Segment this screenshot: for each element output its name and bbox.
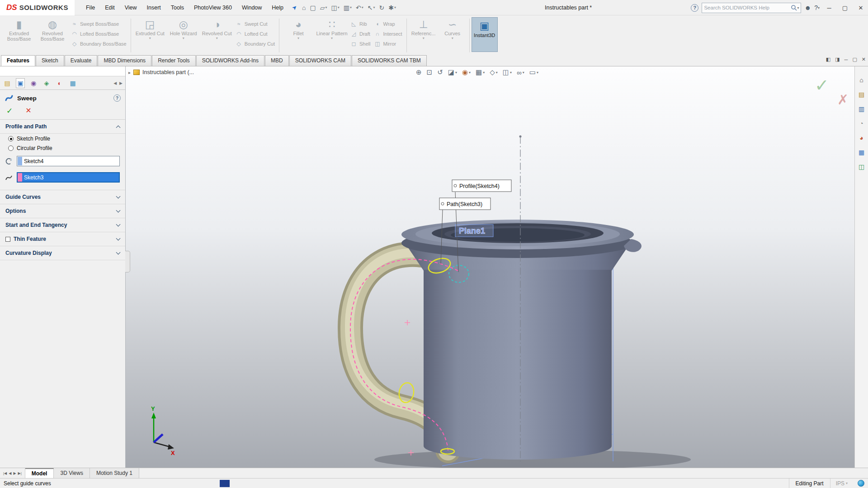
section-view-icon[interactable]: ◪▾ <box>448 68 457 76</box>
prev-tab-icon[interactable]: ◀ <box>9 471 11 475</box>
units-selector[interactable]: IPS▾ <box>830 479 853 488</box>
featuremanager-tab-icon[interactable]: ▤ <box>3 78 12 88</box>
menu-window[interactable]: Window <box>237 0 267 15</box>
tab-solidworks-addins[interactable]: SOLIDWORKS Add-Ins <box>196 55 264 66</box>
section-start-end-tangency[interactable]: Start and End Tangency <box>0 218 125 232</box>
tab-evaluate[interactable]: Evaluate <box>65 55 98 66</box>
cancel-button[interactable]: ✕ <box>25 106 31 116</box>
section-options[interactable]: Options <box>0 204 125 218</box>
appearances-scenes-icon[interactable]: ◕ <box>859 134 863 141</box>
breadcrumb-expander-icon[interactable]: ▸ <box>128 70 131 75</box>
displaymanager-tab-icon[interactable]: ◐ <box>55 78 64 88</box>
search-input[interactable] <box>704 5 791 10</box>
custom-properties-icon[interactable]: ▦ <box>859 149 864 156</box>
next-tab-icon[interactable]: ▶ <box>13 471 16 475</box>
profile-selection-field[interactable]: Sketch4 <box>17 156 120 166</box>
hole-wizard-button[interactable]: ◎ Hole Wizard ▾ <box>167 16 200 55</box>
boundary-cut-button[interactable]: ◇Boundary Cut <box>236 41 275 47</box>
breadcrumb-text[interactable]: Instructables part (... <box>142 69 194 75</box>
confirm-ok-corner[interactable]: ✓ <box>815 75 829 95</box>
graphics-area[interactable]: ▸ Instructables part (... ⊕ ⊡ ↺ ◪▾ ◉▾ ▦▾… <box>126 66 854 468</box>
forum-icon[interactable]: ◫ <box>859 163 864 170</box>
file-explorer-icon[interactable]: ▥ <box>859 105 864 113</box>
sketch-profile-radio[interactable] <box>8 136 14 141</box>
home-icon[interactable]: ⌂ <box>859 76 863 84</box>
help-circle-icon[interactable]: ? <box>691 4 698 12</box>
view-settings-icon[interactable]: ▭▾ <box>529 68 538 76</box>
scroll-right-icon[interactable]: ▶ <box>119 81 123 85</box>
menu-file[interactable]: File <box>81 0 100 15</box>
scene-icon[interactable]: ▦▾ <box>476 68 485 76</box>
swept-cut-button[interactable]: ≈Swept Cut <box>236 21 275 27</box>
tab-solidworks-cam[interactable]: SOLIDWORKS CAM <box>289 55 351 66</box>
boundary-boss-button[interactable]: ◇Boundary Boss/Base <box>71 41 127 47</box>
curves-button[interactable]: ∽ Curves ▾ <box>438 16 467 55</box>
configurationmanager-tab-icon[interactable]: ◉ <box>29 78 38 88</box>
zoom-fit-icon[interactable]: ⊕ <box>416 68 422 76</box>
restore-button[interactable]: ▢ <box>839 2 851 14</box>
circular-profile-radio[interactable] <box>8 145 14 151</box>
save-icon[interactable]: ◫▾ <box>330 2 340 13</box>
circular-profile-radio-row[interactable]: Circular Profile <box>0 143 125 153</box>
revolved-cut-button[interactable]: ◑ Revolved Cut ▾ <box>200 16 234 55</box>
tab-3d-views[interactable]: 3D Views <box>54 468 90 478</box>
pane-right-icon[interactable]: ◨ <box>835 56 840 62</box>
menu-view[interactable]: View <box>120 0 142 15</box>
reference-geometry-button[interactable]: ⊥ Referenc... ▾ <box>409 16 438 55</box>
dimxpertmanager-tab-icon[interactable]: ◈ <box>42 78 51 88</box>
tab-solidworks-cam-tbm[interactable]: SOLIDWORKS CAM TBM <box>352 55 427 66</box>
rib-button[interactable]: ◺Rib <box>350 21 370 27</box>
close-button[interactable]: ✕ <box>854 2 867 14</box>
confirm-cancel-corner[interactable]: ✗ <box>837 92 849 108</box>
doc-minimize-button[interactable]: ─ <box>844 57 848 62</box>
path-callout[interactable]: Path(Sketch3) <box>439 198 491 210</box>
sketch-profile-radio-row[interactable]: Sketch Profile <box>0 134 125 143</box>
design-library-icon[interactable]: ▤ <box>859 91 864 98</box>
thin-feature-checkbox[interactable] <box>5 237 10 242</box>
previous-view-icon[interactable]: ↺ <box>437 68 443 76</box>
pin-menu-icon[interactable]: ➤ <box>290 3 298 11</box>
intersect-button[interactable]: ∩Intersect <box>374 31 402 37</box>
shell-button[interactable]: ◻Shell <box>350 41 370 47</box>
menu-insert[interactable]: Insert <box>142 0 166 15</box>
open-document-icon[interactable]: ▱▾ <box>319 2 329 13</box>
extruded-cut-button[interactable]: ◲ Extruded Cut ▾ <box>133 16 167 55</box>
tab-motion-study-1[interactable]: Motion Study 1 <box>90 468 139 478</box>
tab-model[interactable]: Model <box>25 468 54 478</box>
help-icon[interactable]: ? <box>113 94 121 102</box>
globe-icon[interactable] <box>858 480 864 487</box>
3d-scene[interactable]: Plane1 <box>126 66 854 468</box>
wrap-button[interactable]: ◖Wrap <box>374 21 402 27</box>
section-profile-and-path[interactable]: Profile and Path <box>0 120 125 134</box>
linear-pattern-button[interactable]: ∷ Linear Pattern ▾ <box>315 16 349 55</box>
home-icon[interactable]: ⌂ <box>301 2 307 13</box>
tab-mbd[interactable]: MBD <box>265 55 289 66</box>
tab-render-tools[interactable]: Render Tools <box>152 55 196 66</box>
view-orientation-icon[interactable]: ◇▾ <box>490 68 498 76</box>
menu-tools[interactable]: Tools <box>166 0 189 15</box>
menu-help[interactable]: Help <box>267 0 288 15</box>
panel-splitter[interactable] <box>125 251 130 272</box>
hide-show-items-icon[interactable]: ∞▾ <box>517 69 524 76</box>
user-account-icon[interactable]: ☻ <box>804 4 811 11</box>
swept-boss-button[interactable]: ≈Swept Boss/Base <box>71 21 127 27</box>
zoom-area-icon[interactable]: ⊡ <box>427 68 433 76</box>
section-guide-curves[interactable]: Guide Curves <box>0 190 125 204</box>
ok-button[interactable]: ✓ <box>6 106 13 116</box>
rebuild-icon[interactable]: ↻ <box>377 2 386 13</box>
print-icon[interactable]: ▥▾ <box>342 2 353 13</box>
draft-button[interactable]: ◿Draft <box>350 31 370 37</box>
options-gear-icon[interactable]: ✱▾ <box>387 2 397 13</box>
view-palette-icon[interactable]: ◔ <box>859 120 863 127</box>
fillet-button[interactable]: ◕ Fillet ▾ <box>282 16 315 55</box>
minimize-button[interactable]: ─ <box>823 2 835 14</box>
search-icon[interactable] <box>791 5 797 11</box>
profile-callout[interactable]: Profile(Sketch4) <box>452 180 511 192</box>
cam-tree-tab-icon[interactable]: ▦ <box>68 78 77 88</box>
select-cursor-icon[interactable]: ↖▾ <box>366 2 377 13</box>
instant3d-button[interactable]: ▣ Instant3D <box>472 17 498 52</box>
mirror-button[interactable]: ◫Mirror <box>374 41 402 47</box>
display-style-icon[interactable]: ◫▾ <box>503 68 512 76</box>
menu-photoview360[interactable]: PhotoView 360 <box>189 0 237 15</box>
help-menu-icon[interactable]: ?▾ <box>814 4 820 11</box>
